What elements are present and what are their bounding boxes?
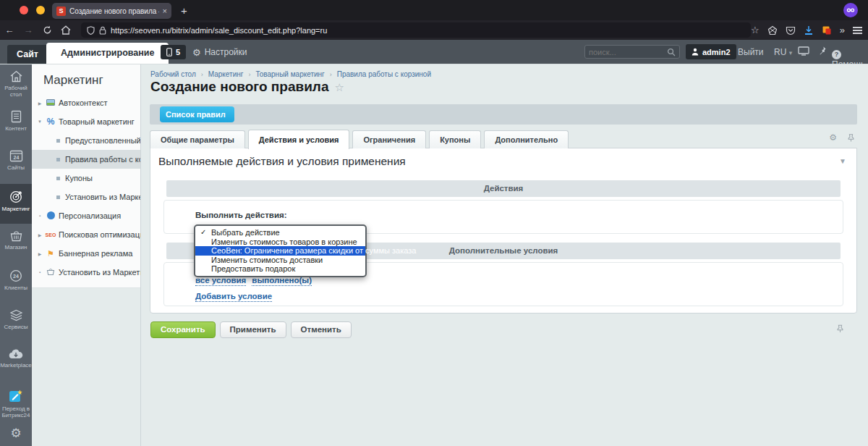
menu-item-preset-list[interactable]: Предустановленный список <box>32 131 140 150</box>
search-input[interactable] <box>589 48 667 56</box>
breadcrumb-link[interactable]: Маркетинг <box>208 70 244 78</box>
bottom-pin-icon[interactable] <box>836 324 844 334</box>
sidebar-item-desktop[interactable]: Рабочий стол <box>0 64 32 104</box>
svg-text:24: 24 <box>13 155 19 160</box>
sidebar-item-shop[interactable]: Магазин <box>0 224 32 264</box>
dropdown-option[interactable]: Предоставить подарок <box>195 264 365 274</box>
new-tab-button[interactable]: + <box>181 3 187 19</box>
fullscreen-icon[interactable] <box>798 46 809 56</box>
menu-item-autocontext[interactable]: ▶ Автоконтекст <box>32 93 140 112</box>
window-minimize-button[interactable] <box>36 6 45 14</box>
collapse-triangle-icon[interactable]: ▼ <box>839 157 846 165</box>
apply-button[interactable]: Применить <box>220 321 286 338</box>
menu-item-install-marketplace[interactable]: Установить из Маркетплейс <box>32 188 140 206</box>
reload-icon[interactable] <box>38 25 56 35</box>
sidebar-item-marketing[interactable]: Маркетинг <box>0 184 32 224</box>
tab-general[interactable]: Общие параметры <box>150 130 245 148</box>
menu-item-banner-ads[interactable]: ▶ ⚑ Баннерная реклама <box>32 244 140 263</box>
target-icon <box>9 190 23 203</box>
tab-restrictions[interactable]: Ограничения <box>352 130 426 148</box>
back-icon[interactable]: ← <box>0 25 19 35</box>
tab-close-icon[interactable]: × <box>163 7 167 15</box>
bullet-icon <box>56 195 60 199</box>
search-icon[interactable] <box>667 48 676 56</box>
menu-item-personalization[interactable]: ▪ Персонализация <box>32 206 140 225</box>
menu-item-cart-rules[interactable]: Правила работы с корзиной <box>32 150 140 169</box>
page-title: Создание нового правила☆ <box>150 79 344 95</box>
breadcrumb-link[interactable]: Товарный маркетинг <box>255 70 324 78</box>
tab-actions-conditions[interactable]: Действия и условия <box>248 130 350 149</box>
admin-topbar: Сайт Администрирование 5 ⚙ Настройки adm… <box>0 40 868 64</box>
form-pin-icon[interactable] <box>847 133 855 143</box>
tab-site[interactable]: Сайт <box>7 45 48 64</box>
extension-orange-icon[interactable] <box>822 25 832 35</box>
sidebar-settings-gear-icon[interactable]: ⚙ <box>0 426 32 446</box>
browser-tab[interactable]: S Создание нового правила - Се × <box>52 3 171 19</box>
extension-tag-icon[interactable] <box>767 25 778 35</box>
settings-button[interactable]: ⚙ Настройки <box>192 45 247 59</box>
pin-panel-icon[interactable] <box>817 46 827 56</box>
menu-item-seo[interactable]: ▶ SEO Поисковая оптимизация <box>32 225 140 244</box>
bullet-icon <box>56 158 60 161</box>
tab-coupons[interactable]: Купоны <box>429 130 481 148</box>
seo-icon: SEO <box>45 232 56 237</box>
triangle-right-icon[interactable]: ▶ <box>35 232 45 237</box>
breadcrumb-link[interactable]: Правила работы с корзиной <box>337 70 431 78</box>
shield-icon[interactable] <box>87 26 95 35</box>
triangle-right-icon[interactable]: ▶ <box>35 251 45 256</box>
all-conditions-link[interactable]: все условия <box>195 276 246 286</box>
lang-select[interactable]: RU ▾ <box>774 47 792 57</box>
private-browsing-icon[interactable] <box>843 3 858 17</box>
dropdown-option[interactable]: Изменить стоимость доставки <box>195 256 365 265</box>
sidebar-item-bitrix24[interactable]: Переход в Битрикс24 <box>0 383 32 423</box>
gear-icon: ⚙ <box>192 47 201 58</box>
favorite-star-icon[interactable]: ☆ <box>334 81 344 93</box>
sidebar-item-clients[interactable]: 24 Клиенты <box>0 264 32 303</box>
user-button[interactable]: admin2 <box>686 44 736 59</box>
rules-list-button[interactable]: Список правил <box>160 106 234 122</box>
tab-additional[interactable]: Дополнительно <box>484 130 569 148</box>
admin-search[interactable] <box>584 45 680 59</box>
flag-icon: ⚑ <box>45 249 56 258</box>
menu-item-install-marketplace-2[interactable]: ▪ Установить из Маркетплейс <box>32 263 140 282</box>
forward-icon[interactable]: → <box>19 25 38 35</box>
triangle-right-icon[interactable]: ▶ <box>35 101 45 106</box>
browser-tab-title: Создание нового правила - Се <box>69 7 159 15</box>
logout-link[interactable]: Выйти <box>738 47 764 57</box>
lock-icon[interactable] <box>99 26 106 35</box>
tab-administration[interactable]: Администрирование <box>46 43 169 64</box>
dropdown-option[interactable]: ✓ Выбрать действие <box>195 228 365 237</box>
browser-window-icon: 24 <box>9 150 23 162</box>
home-icon[interactable] <box>56 25 75 35</box>
dropdown-option[interactable]: Изменить стоимость товаров в корзине <box>195 237 365 247</box>
window-close-button[interactable] <box>20 6 28 14</box>
pocket-icon[interactable] <box>786 25 796 35</box>
sidebar-item-sites[interactable]: 24 Сайты <box>0 144 32 184</box>
sidebar-item-services[interactable]: Сервисы <box>0 303 32 343</box>
menu-panel: Маркетинг ▶ Автоконтекст ▼ % Товарный ма… <box>32 64 141 446</box>
home-icon <box>9 70 23 83</box>
toolbar-right-icons: ☆ » <box>751 20 862 40</box>
menu-item-coupons[interactable]: Купоны <box>32 169 140 188</box>
form-gear-icon[interactable]: ⚙ <box>829 132 837 143</box>
dropdown-option-highlighted[interactable]: СеоВен: Ограничение размера скидки от су… <box>195 246 365 256</box>
add-condition-link[interactable]: Добавить условие <box>195 292 272 302</box>
sidebar-item-marketplace[interactable]: Marketplace <box>0 343 32 383</box>
bullet-icon: ▪ <box>35 270 45 274</box>
url-bar[interactable]: https://seoven.ru/bitrix/admin/sale_disc… <box>81 22 751 38</box>
sidebar-item-content[interactable]: Контент <box>0 104 32 144</box>
overflow-chevrons-icon[interactable]: » <box>840 25 845 35</box>
save-button[interactable]: Сохранить <box>150 321 216 338</box>
notifications-button[interactable]: 5 <box>161 45 186 59</box>
fulfilled-link[interactable]: выполнено(ы) <box>252 276 312 286</box>
section-title: Выполняемые действия и условия применени… <box>158 155 406 168</box>
bookmark-star-icon[interactable]: ☆ <box>751 25 760 35</box>
menu-item-product-marketing[interactable]: ▼ % Товарный маркетинг <box>32 112 140 131</box>
download-icon[interactable] <box>804 25 814 35</box>
layers-icon <box>9 309 23 321</box>
triangle-down-icon[interactable]: ▼ <box>35 119 45 124</box>
breadcrumb-link[interactable]: Рабочий стол <box>150 70 196 78</box>
cancel-button[interactable]: Отменить <box>291 321 352 338</box>
action-select-dropdown[interactable]: ✓ Выбрать действие Изменить стоимость то… <box>194 224 367 277</box>
menu-hamburger-icon[interactable] <box>853 30 862 31</box>
